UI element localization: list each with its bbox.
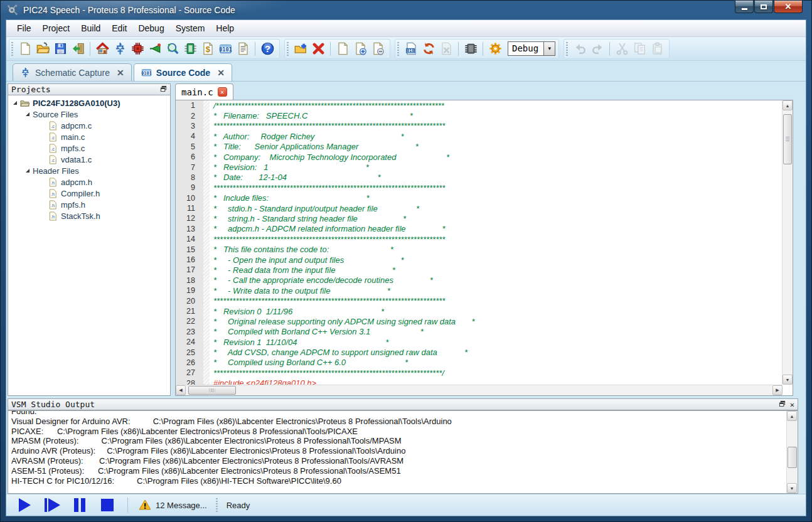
new-document-button[interactable] [16, 40, 34, 58]
toolbar-grip[interactable] [397, 42, 399, 56]
tree-item-main-c[interactable]: .cmain.c [8, 131, 170, 142]
code-line[interactable]: 24* Revision 1 11/10/04 * [176, 337, 782, 347]
menu-help[interactable]: Help [210, 21, 240, 35]
code-line[interactable]: 21* Revision 0 1/11/96 * [176, 306, 782, 316]
float-panel-icon[interactable] [160, 85, 167, 94]
expand-caret-icon[interactable] [13, 101, 17, 105]
output-scroll-up-icon[interactable]: ▲ [787, 411, 797, 421]
code-line[interactable]: 22* Original release supporting only ADP… [176, 316, 782, 326]
remove-files-x-button[interactable] [309, 40, 327, 58]
tree-item-pic24fj128ga010-u3-[interactable]: PIC24FJ128GA010(U3) [8, 97, 170, 109]
code-line[interactable]: 1/**************************************… [176, 100, 782, 110]
code-line[interactable]: 8* Date: 12-1-04 * [176, 173, 782, 183]
editor-vscroll-thumb[interactable] [783, 114, 792, 164]
tab-schematic-capture[interactable]: Schematic Capture✕ [13, 63, 132, 81]
code-line[interactable]: 3***************************************… [176, 121, 782, 131]
build-project-button[interactable]: 010 [402, 40, 420, 58]
code-line[interactable]: 12* string.h - Standard string header fi… [176, 213, 782, 223]
messages-button[interactable]: 12 Message... [135, 499, 211, 511]
tree-item-mpfs-c[interactable]: .cmpfs.c [8, 142, 170, 154]
new-source-file-button[interactable] [334, 40, 351, 58]
code-line[interactable]: 17* - Read data from the input file * [176, 265, 782, 275]
design-explorer-button[interactable] [181, 40, 199, 58]
help-button[interactable]: ? [259, 40, 276, 58]
expand-caret-icon[interactable] [26, 169, 29, 173]
toolbar-grip[interactable] [287, 42, 289, 56]
scroll-down-icon[interactable]: ▼ [783, 375, 793, 385]
rebuild-project-button[interactable] [420, 40, 437, 58]
redo-button[interactable] [589, 40, 606, 58]
tree-item-mpfs-h[interactable]: .hmpfs.h [8, 199, 170, 210]
code-line[interactable]: 4* Author: Rodger Richey * [176, 131, 782, 141]
zoom-search-button[interactable] [164, 40, 181, 58]
title-bar[interactable]: PIC24 Speech - Proteus 8 Professional - … [1, 1, 811, 19]
code-line[interactable]: 7* Revision: 1 * [176, 162, 782, 172]
close-project-door-button[interactable] [69, 40, 87, 58]
menu-system[interactable]: System [170, 21, 211, 35]
pause-simulation-button[interactable] [67, 496, 93, 514]
menu-build[interactable]: Build [75, 21, 106, 35]
clean-project-button[interactable] [437, 40, 455, 58]
maximize-button[interactable] [754, 1, 773, 13]
code-line[interactable]: 5* Title: Senior Applications Manager * [176, 142, 782, 152]
debug-configuration-select[interactable]: Debug▼ [508, 41, 555, 56]
editor-vertical-scrollbar[interactable]: ▲ ▼ [782, 100, 793, 385]
editor-horizontal-scrollbar[interactable]: ◀ ▶ [176, 385, 783, 395]
code-line[interactable]: 15* This file contains the code to: * [176, 244, 782, 254]
close-button[interactable]: ✕ [774, 1, 803, 13]
output-vscroll-thumb[interactable] [788, 447, 797, 468]
expand-caret-icon[interactable] [26, 112, 29, 116]
code-line[interactable]: 25* Add CVSD, change ADPCM to support un… [176, 347, 782, 357]
code-line[interactable]: 16* - Open the input and output files * [176, 255, 782, 265]
step-simulation-button[interactable] [39, 496, 65, 514]
editor-tab-close-icon[interactable]: ✕ [218, 87, 227, 97]
code-line[interactable]: 10* Include files: * [176, 193, 782, 203]
tab-source-code[interactable]: 0101Source Code✕ [134, 63, 232, 81]
build-target-chip-button[interactable] [462, 40, 479, 58]
float-output-icon[interactable] [779, 400, 786, 409]
code-line[interactable]: 19* - Write data to the output file * [176, 285, 782, 296]
editor-tab-main-c[interactable]: main.c ✕ [175, 83, 233, 100]
run-simulation-button[interactable] [11, 496, 38, 514]
toolbar-grip[interactable] [11, 42, 13, 56]
add-files-folder-button[interactable] [292, 40, 309, 58]
code-line[interactable]: 11* stdio.h - Standard input/output head… [176, 203, 782, 213]
tree-item-adpcm-c[interactable]: .cadpcm.c [8, 120, 170, 131]
code-editor[interactable]: 1/**************************************… [175, 100, 793, 396]
tree-item-source-files[interactable]: Source Files [8, 109, 170, 120]
code-line[interactable]: 23* Compiled with Borland C++ Version 3.… [176, 327, 782, 337]
tree-item-compiler-h[interactable]: .hCompiler.h [8, 188, 170, 199]
editor-hscroll-thumb[interactable] [188, 386, 236, 395]
code-line[interactable]: 13* adpcm.h - ADPCM related information … [176, 224, 782, 234]
tree-item-vdata1-c[interactable]: .cvdata1.c [8, 154, 170, 165]
tree-item-stacktsk-h[interactable]: .hStackTsk.h [8, 210, 170, 221]
output-scroll-down-icon[interactable]: ▼ [787, 483, 797, 493]
add-source-file-button[interactable] [351, 40, 369, 58]
code-line[interactable]: 26* Compiled using Borland C++ 6.0 * [176, 358, 782, 368]
close-output-icon[interactable]: ✕ [790, 400, 794, 409]
cut-button[interactable] [613, 40, 631, 58]
open-project-button[interactable] [34, 40, 51, 58]
tab-close-icon[interactable]: ✕ [117, 68, 124, 78]
code-line[interactable]: 9***************************************… [176, 183, 782, 193]
minimize-button[interactable] [735, 1, 754, 13]
source-code-button[interactable]: 0101 [216, 40, 234, 58]
code-lines[interactable]: 1/**************************************… [176, 100, 782, 395]
save-project-button[interactable] [51, 40, 69, 58]
paste-button[interactable] [648, 40, 666, 58]
schematic-capture-button[interactable] [111, 40, 129, 58]
code-line[interactable]: 18* - Call the appropriate encode/decode… [176, 275, 782, 285]
menu-project[interactable]: Project [37, 21, 76, 35]
tree-item-header-files[interactable]: Header Files [8, 165, 170, 176]
remove-source-file-button[interactable] [369, 40, 387, 58]
report-button[interactable] [234, 40, 252, 58]
pcb-layout-button[interactable] [129, 40, 146, 58]
menu-edit[interactable]: Edit [106, 21, 132, 35]
tree-item-adpcm-h[interactable]: .hadpcm.h [8, 176, 170, 188]
code-line[interactable]: 6* Company: Microchip Technology Incorpo… [176, 152, 782, 162]
menu-file[interactable]: File [11, 21, 37, 35]
output-vertical-scrollbar[interactable]: ▲ ▼ [786, 411, 798, 493]
scroll-up-icon[interactable]: ▲ [783, 100, 793, 110]
copy-button[interactable] [631, 40, 648, 58]
scroll-left-icon[interactable]: ◀ [176, 385, 186, 395]
